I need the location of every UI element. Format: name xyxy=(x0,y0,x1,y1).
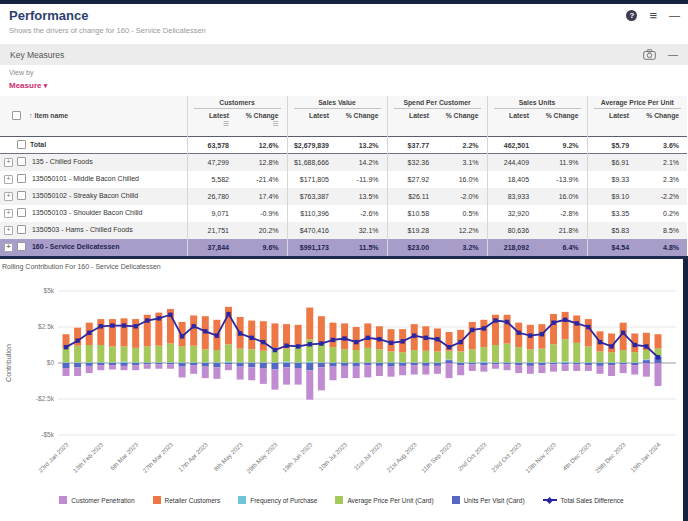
legend-item[interactable]: Customer Penetration xyxy=(59,496,134,504)
bar-segment[interactable] xyxy=(97,345,104,362)
bar-segment[interactable] xyxy=(190,363,197,365)
line-marker[interactable] xyxy=(400,339,404,343)
bar-segment[interactable] xyxy=(144,363,151,364)
line-marker[interactable] xyxy=(226,312,230,316)
line-marker[interactable] xyxy=(586,325,590,329)
line-marker[interactable] xyxy=(133,324,137,328)
bar-segment[interactable] xyxy=(109,346,116,362)
bar-segment[interactable] xyxy=(596,366,603,374)
line-marker[interactable] xyxy=(447,345,451,349)
bar-segment[interactable] xyxy=(155,363,162,364)
bar-segment[interactable] xyxy=(329,347,336,362)
expand-row-icon[interactable]: + xyxy=(4,226,13,235)
bar-segment[interactable] xyxy=(562,312,569,339)
table-row[interactable]: + 135 - Chilled Foods47,29912.8%$1,688,6… xyxy=(0,154,687,171)
col-header-pct-change[interactable]: % Change xyxy=(437,109,487,137)
bar-segment[interactable] xyxy=(260,321,267,351)
bar-segment[interactable] xyxy=(74,367,81,376)
bar-segment[interactable] xyxy=(469,362,476,363)
line-marker[interactable] xyxy=(110,323,114,327)
bar-segment[interactable] xyxy=(399,362,406,363)
bar-segment[interactable] xyxy=(643,359,650,360)
camera-icon[interactable] xyxy=(643,49,656,60)
line-marker[interactable] xyxy=(598,340,602,344)
bar-segment[interactable] xyxy=(411,362,418,363)
bar-segment[interactable] xyxy=(388,363,395,367)
row-checkbox[interactable] xyxy=(17,140,26,149)
col-header-latest[interactable]: Latest xyxy=(487,109,537,137)
bar-segment[interactable] xyxy=(109,362,116,363)
bar-segment[interactable] xyxy=(155,346,162,363)
bar-segment[interactable] xyxy=(573,343,580,362)
bar-segment[interactable] xyxy=(631,362,638,363)
bar-segment[interactable] xyxy=(457,365,464,375)
bar-segment[interactable] xyxy=(585,365,592,371)
line-marker[interactable] xyxy=(575,321,579,325)
bar-segment[interactable] xyxy=(283,362,290,363)
bar-segment[interactable] xyxy=(248,367,255,380)
bar-segment[interactable] xyxy=(364,362,371,363)
bar-segment[interactable] xyxy=(620,363,627,364)
bar-segment[interactable] xyxy=(225,344,232,361)
line-marker[interactable] xyxy=(528,333,532,337)
bar-segment[interactable] xyxy=(86,345,93,362)
bar-segment[interactable] xyxy=(631,365,638,374)
bar-segment[interactable] xyxy=(295,363,302,368)
expand-row-icon[interactable]: + xyxy=(4,209,13,218)
line-marker[interactable] xyxy=(75,338,79,342)
row-checkbox[interactable] xyxy=(17,242,26,251)
bar-segment[interactable] xyxy=(179,346,186,362)
row-checkbox[interactable] xyxy=(17,174,26,183)
line-marker[interactable] xyxy=(308,342,312,346)
bar-segment[interactable] xyxy=(504,315,511,344)
line-marker[interactable] xyxy=(505,320,509,324)
line-marker[interactable] xyxy=(435,337,439,341)
bar-segment[interactable] xyxy=(225,362,232,363)
bar-segment[interactable] xyxy=(167,364,174,368)
bar-segment[interactable] xyxy=(480,362,487,363)
bar-segment[interactable] xyxy=(562,339,569,361)
line-marker[interactable] xyxy=(331,338,335,342)
bar-segment[interactable] xyxy=(190,346,197,363)
bar-segment[interactable] xyxy=(341,349,348,362)
bar-segment[interactable] xyxy=(631,352,638,362)
item-name-header[interactable]: ↑Item name xyxy=(0,96,187,137)
bar-segment[interactable] xyxy=(237,349,244,363)
bar-segment[interactable] xyxy=(283,367,290,384)
col-header-pct-change[interactable]: % Change xyxy=(337,109,387,137)
bar-segment[interactable] xyxy=(237,362,244,363)
bar-segment[interactable] xyxy=(585,319,592,346)
bar-segment[interactable] xyxy=(329,363,336,367)
bar-segment[interactable] xyxy=(237,363,244,367)
line-marker[interactable] xyxy=(284,344,288,348)
bar-segment[interactable] xyxy=(422,366,429,375)
bar-segment[interactable] xyxy=(446,360,453,363)
bar-segment[interactable] xyxy=(538,365,545,373)
line-marker[interactable] xyxy=(540,332,544,336)
line-marker[interactable] xyxy=(296,344,300,348)
bar-segment[interactable] xyxy=(202,349,209,362)
bar-segment[interactable] xyxy=(643,350,650,359)
legend-item[interactable]: Total Sales Difference xyxy=(543,496,624,504)
line-marker[interactable] xyxy=(180,334,184,338)
bar-segment[interactable] xyxy=(388,362,395,363)
table-row[interactable]: + 135050102 - Streaky Bacon Chilld26,780… xyxy=(0,188,687,205)
bar-segment[interactable] xyxy=(411,350,418,362)
bar-segment[interactable] xyxy=(109,365,116,369)
bar-segment[interactable] xyxy=(573,362,580,363)
line-marker[interactable] xyxy=(563,318,567,322)
bar-segment[interactable] xyxy=(399,363,406,366)
bar-segment[interactable] xyxy=(353,362,360,363)
bar-segment[interactable] xyxy=(271,369,278,389)
bar-segment[interactable] xyxy=(480,363,487,365)
bar-segment[interactable] xyxy=(515,347,522,362)
row-checkbox[interactable] xyxy=(17,191,26,200)
bar-segment[interactable] xyxy=(132,362,139,363)
bar-segment[interactable] xyxy=(329,323,336,347)
line-marker[interactable] xyxy=(342,336,346,340)
expand-row-icon[interactable]: + xyxy=(4,175,13,184)
line-marker[interactable] xyxy=(609,344,613,348)
filter-icon[interactable]: ☰ xyxy=(188,120,230,128)
bar-segment[interactable] xyxy=(562,363,569,364)
bar-segment[interactable] xyxy=(121,362,128,363)
